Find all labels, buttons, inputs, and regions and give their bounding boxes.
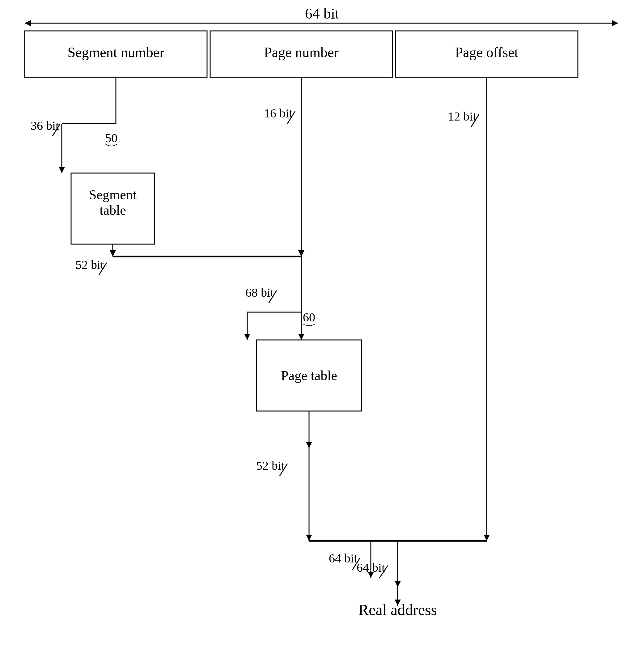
page-bits-label: 16 bit <box>264 106 292 120</box>
seg-table-ref-label: 50 <box>105 131 117 145</box>
real-addr-bits-label2: 64 bit <box>357 561 385 575</box>
page-offset-label: Page offset <box>455 45 519 60</box>
segment-table-line2: table <box>99 203 126 218</box>
page-table-out-label: 52 bit <box>256 459 285 473</box>
page-table-ref-label: 60 <box>303 310 315 324</box>
diagram-container: 64 bit Segment number Page number Page o… <box>0 0 644 653</box>
segment-table-line1: Segment <box>89 187 137 202</box>
page-offset-bits-label: 12 bit <box>448 110 476 123</box>
svg-rect-0 <box>0 0 644 653</box>
seg-bits-label: 36 bit <box>30 119 59 132</box>
page-table-in-label: 68 bit <box>245 286 274 299</box>
real-addr-bits-label: 64 bit <box>329 551 357 565</box>
segment-number-label: Segment number <box>68 45 164 60</box>
page-number-label: Page number <box>264 45 338 60</box>
page-table-label: Page table <box>281 368 337 383</box>
seg-table-out-label: 52 bit <box>75 258 104 272</box>
total-bits-label: 64 bit <box>305 5 339 22</box>
